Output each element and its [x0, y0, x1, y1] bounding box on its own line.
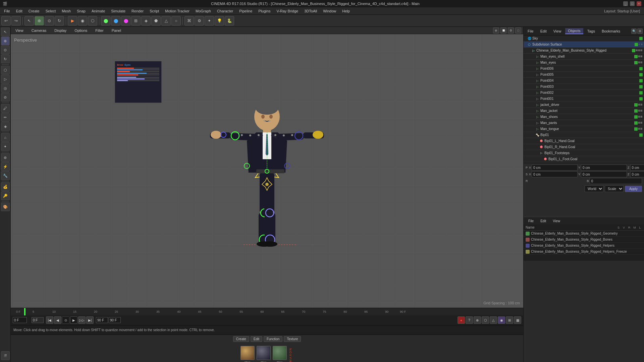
obj-row-bip01[interactable]: 🦴 Bip01: [524, 132, 644, 138]
obj-row-eyes-shell[interactable]: ▷ Man_eyes_shell ▦▦: [524, 54, 644, 60]
obj-row-man-pants[interactable]: ▷ Man_pants ▦▦: [524, 120, 644, 126]
material-item-0[interactable]: Man: [240, 346, 255, 362]
lp-tool13[interactable]: ✦: [1, 142, 10, 151]
tool-rotate[interactable]: ↻: [55, 16, 64, 25]
attr-tab-file[interactable]: File: [526, 219, 536, 224]
frame-end[interactable]: [96, 317, 108, 323]
maximize-button[interactable]: □: [630, 1, 635, 6]
tc-btn6[interactable]: ◉: [498, 316, 505, 324]
tool-obj2[interactable]: ⬤: [111, 16, 120, 25]
material-item-2[interactable]: Man: [273, 346, 287, 362]
menu-animate[interactable]: Animate: [89, 8, 108, 14]
vp-icon2[interactable]: 🔲: [500, 27, 506, 34]
tc-record-btn[interactable]: ●: [458, 316, 465, 324]
tool-obj7[interactable]: △: [161, 16, 171, 25]
obj-row-point006[interactable]: ▷ Point006: [524, 66, 644, 72]
tool-live-select[interactable]: ↖: [24, 16, 34, 25]
frame-fps[interactable]: [109, 317, 121, 323]
attr-row-helpers-freeze[interactable]: Chinese_Elderly_Man_Business_Style_Rigge…: [524, 249, 644, 255]
menu-snap[interactable]: Snap: [74, 8, 88, 14]
obj-row-footsteps[interactable]: ▷ Bip01_Footsteps: [524, 150, 644, 156]
lp-tool7[interactable]: ◎: [1, 84, 10, 93]
lp-move[interactable]: ↖: [1, 27, 10, 36]
obj-tab-objects[interactable]: Objects: [565, 28, 583, 34]
tc-btn8[interactable]: ▦: [514, 316, 521, 324]
obj-tab-bookmarks[interactable]: Bookmarks: [599, 28, 623, 34]
obj-row-point005[interactable]: ▷ Point005: [524, 72, 644, 78]
lp-tool8[interactable]: ⊘: [1, 93, 10, 102]
attr-row-geometry[interactable]: Chinese_Elderly_Man_Business_Style_Rigge…: [524, 231, 644, 237]
vh-cameras[interactable]: Cameras: [29, 28, 49, 33]
menu-mesh[interactable]: Mesh: [59, 8, 73, 14]
tool-light[interactable]: 💡: [215, 16, 224, 25]
obj-settings-icon[interactable]: ⚙: [637, 28, 643, 34]
vp-icon4[interactable]: □: [515, 27, 521, 34]
vh-filter[interactable]: Filter: [93, 28, 106, 33]
lp-tool4[interactable]: ↻: [1, 55, 10, 63]
obj-row-lhand-goal[interactable]: 🎯 Bip01_L_Hand.Goal: [524, 138, 644, 144]
vh-display[interactable]: Display: [52, 28, 69, 33]
vh-options[interactable]: Options: [72, 28, 90, 33]
lp-tool15[interactable]: ⚡: [1, 162, 10, 171]
scale-dropdown[interactable]: Scale: [605, 185, 624, 192]
close-button[interactable]: ×: [637, 1, 641, 6]
obj-row-point003[interactable]: ▷ Point003: [524, 84, 644, 90]
menu-mograph[interactable]: MoGraph: [193, 8, 214, 14]
transport-prev[interactable]: ◀: [54, 316, 61, 324]
mat-edit-btn[interactable]: Edit: [251, 336, 262, 342]
frame-start[interactable]: [32, 317, 44, 323]
tool-obj3[interactable]: ⬤: [121, 16, 130, 25]
obj-row-point004[interactable]: ▷ Point004: [524, 78, 644, 84]
tool-obj8[interactable]: ○: [171, 16, 181, 25]
obj-row-eyes[interactable]: ▷ Man_eyes ▦▦: [524, 60, 644, 66]
tc-btn3[interactable]: ⊕: [474, 316, 481, 324]
attr-tab-edit[interactable]: Edit: [538, 219, 549, 224]
y-scale-input[interactable]: [581, 171, 627, 177]
transport-record[interactable]: ⊙: [62, 316, 69, 324]
lp-tool6[interactable]: ▷: [1, 75, 10, 83]
lp-tool16[interactable]: 🔧: [1, 171, 10, 180]
attr-tab-view[interactable]: View: [550, 219, 563, 224]
z-pos-input[interactable]: [630, 165, 644, 171]
obj-row-jacket-driver[interactable]: ▷ jacket_driver ▦▦: [524, 102, 644, 108]
x-pos-input[interactable]: [532, 165, 578, 171]
menu-character[interactable]: Character: [214, 8, 236, 14]
titlebar-controls[interactable]: _ □ ×: [623, 1, 641, 6]
tool-obj4[interactable]: ⊞: [131, 16, 141, 25]
obj-row-point001[interactable]: ▷ Point001: [524, 96, 644, 102]
apply-button[interactable]: Apply: [625, 186, 642, 192]
obj-row-subdivision[interactable]: ⬡ Subdivision Surface ✓ ≡: [524, 42, 644, 48]
obj-row-lfoot-goal[interactable]: 🎯 Bip01_L_Foot.Goal: [524, 156, 644, 162]
lp-tool18[interactable]: 🔑: [1, 191, 10, 200]
lp-tool3[interactable]: ⊙: [1, 46, 10, 54]
obj-row-man-shoes[interactable]: ▷ Man_shoes ▦▦: [524, 114, 644, 120]
z-scale-input[interactable]: [630, 171, 644, 177]
tool-deform2[interactable]: ⚙: [195, 16, 204, 25]
transport-play2[interactable]: ▷▷: [78, 316, 86, 324]
obj-row-rhand-goal[interactable]: 🎯 Bip01_R_Hand.Goal: [524, 144, 644, 150]
obj-tab-edit[interactable]: Edit: [538, 28, 549, 34]
lp-tool5[interactable]: ⬡: [1, 66, 10, 74]
transport-first[interactable]: |◀: [46, 316, 53, 324]
obj-tab-view[interactable]: View: [551, 28, 564, 34]
lp-tool17[interactable]: 💰: [1, 182, 10, 191]
obj-row-man-tongue[interactable]: ▷ Man_tongue ▦▦: [524, 126, 644, 132]
menu-render[interactable]: Render: [129, 8, 146, 14]
frame-current-input[interactable]: [13, 317, 27, 323]
tool-render3[interactable]: ⬡: [88, 16, 97, 25]
lp-tool2[interactable]: ⊕: [1, 37, 10, 45]
obj-tab-tags[interactable]: Tags: [585, 28, 598, 34]
tool-render[interactable]: ▶: [68, 16, 77, 25]
tool-move[interactable]: ⊕: [35, 16, 44, 25]
tool-scale[interactable]: ⊙: [45, 16, 54, 25]
tc-btn4[interactable]: ⬡: [482, 316, 489, 324]
tool-deform3[interactable]: ✦: [205, 16, 214, 25]
obj-row-point002[interactable]: ▷ Point002: [524, 90, 644, 96]
menu-plugins[interactable]: Plugins: [256, 8, 273, 14]
obj-search-icon[interactable]: 🔍: [631, 28, 637, 34]
tool-redo[interactable]: ↪: [11, 16, 21, 25]
tool-deform1[interactable]: ⌘: [184, 16, 194, 25]
menu-window[interactable]: Window: [320, 8, 339, 14]
attr-row-helpers[interactable]: Chinese_Elderly_Man_Business_Style_Rigge…: [524, 243, 644, 249]
lp-tool11[interactable]: ◈: [1, 122, 10, 131]
